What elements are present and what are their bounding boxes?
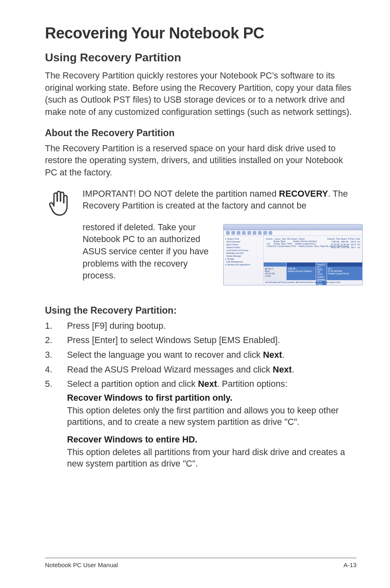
step-5-pre: Select a partition option and click bbox=[67, 379, 198, 389]
step-5-text: Select a partition option and click Next… bbox=[67, 378, 356, 391]
step-3-post: . bbox=[282, 350, 285, 360]
step-4: Read the ASUS Preload Wizard messages an… bbox=[45, 364, 356, 376]
step-4-next: Next bbox=[273, 365, 292, 375]
step-3-next: Next bbox=[263, 350, 282, 360]
step-4-post: . bbox=[292, 365, 294, 375]
step-5: Select a partition option and click Next… bbox=[45, 378, 356, 391]
important-note-continued: restored if deleted. Take your Notebook … bbox=[83, 222, 214, 285]
step-3: Select the language you want to recover … bbox=[45, 349, 356, 361]
step-1: Press [F9] during bootup. bbox=[45, 320, 356, 332]
step-4-text: Read the ASUS Preload Wizard messages an… bbox=[67, 364, 356, 376]
important-hand-icon bbox=[47, 189, 72, 218]
option1-body: This option deletes only the first parti… bbox=[67, 405, 356, 428]
section-heading-using-recovery: Using Recovery Partition bbox=[45, 51, 356, 64]
using-recovery-heading: Using the Recovery Partition: bbox=[45, 305, 356, 316]
step-2: Press [Enter] to select Windows Setup [E… bbox=[45, 334, 356, 347]
option2-body: This option deletes all partitions from … bbox=[67, 447, 356, 470]
step-4-pre: Read the ASUS Preload Wizard messages an… bbox=[67, 365, 273, 375]
step-3-text: Select the language you want to recover … bbox=[67, 349, 356, 361]
footer-manual-title: Notebook PC User Manual bbox=[45, 561, 118, 568]
step-2-text: Press [Enter] to select Windows Setup [E… bbox=[67, 334, 356, 347]
step-1-text: Press [F9] during bootup. bbox=[67, 320, 356, 332]
about-paragraph: The Recovery Partition is a reserved spa… bbox=[45, 143, 356, 179]
option1-heading: Recover Windows to first partition only. bbox=[67, 393, 356, 403]
important-recovery-word: RECOVERY bbox=[279, 189, 328, 199]
disk-management-screenshot: ▸ System Tools Task Scheduler Event View… bbox=[223, 224, 363, 285]
about-heading: About the Recovery Partition bbox=[45, 128, 356, 139]
important-note-line1: IMPORTANT! DO NOT delete the partition n… bbox=[83, 188, 356, 212]
intro-paragraph: The Recovery Partition quickly restores … bbox=[45, 70, 356, 119]
step-5-next: Next bbox=[198, 379, 217, 389]
option2-heading: Recover Windows to entire HD. bbox=[67, 435, 356, 445]
page-title: Recovering Your Notebook PC bbox=[45, 25, 356, 42]
step-5-post: . Partition options: bbox=[217, 379, 287, 389]
step-3-pre: Select the language you want to recover … bbox=[67, 350, 263, 360]
important-prefix: IMPORTANT! DO NOT delete the partition n… bbox=[83, 189, 279, 199]
footer-page-number: A-13 bbox=[343, 561, 356, 568]
